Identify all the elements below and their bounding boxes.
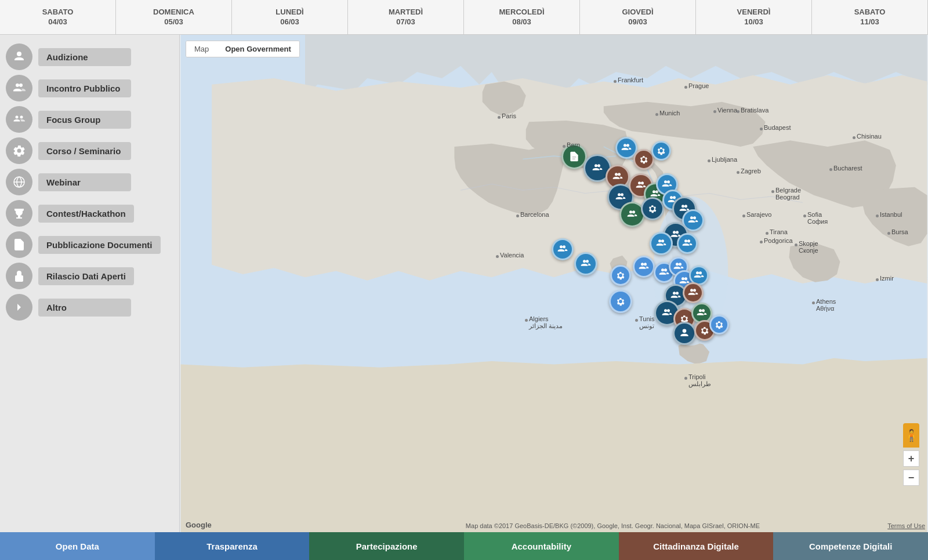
sidebar-item-audizione[interactable]: Audizione [6,43,173,70]
day-date: 06/03 [280,17,299,27]
sidebar-label-altro: Altro [38,299,131,317]
svg-point-56 [696,271,699,274]
sidebar-label-contest-hackathon: Contest/Hackathon [38,205,134,223]
day-date: 08/03 [512,17,531,27]
svg-point-3 [16,116,19,119]
svg-point-53 [679,263,682,266]
svg-point-19 [618,173,621,176]
svg-rect-8 [16,217,22,219]
pegman-control[interactable]: 🧍 [903,423,919,448]
svg-point-23 [621,193,624,196]
svg-point-18 [615,173,618,176]
svg-point-61 [693,289,696,292]
tab-open-government[interactable]: Open Government [217,41,299,57]
svg-point-50 [661,268,664,271]
tab-map[interactable]: Map [186,41,217,57]
svg-point-48 [641,263,644,266]
sidebar-item-incontro-pubblico[interactable]: Incontro Pubblico [6,75,173,101]
arrow-icon [6,294,32,321]
svg-point-43 [687,239,690,242]
sidebar-item-rilascio-dati-aperti[interactable]: Rilascio Dati Aperti [6,263,173,289]
footer-item-accountability[interactable]: Accountability [464,532,619,560]
footer-item-partecipazione[interactable]: Partecipazione [309,532,464,560]
main-content: AudizioneIncontro PubblicoFocus GroupCor… [0,35,928,532]
svg-point-51 [664,268,667,271]
doc-icon [6,231,32,258]
sidebar-item-focus-group[interactable]: Focus Group [6,106,173,133]
sidebar: AudizioneIncontro PubblicoFocus GroupCor… [0,35,180,532]
map-pin-28[interactable] [609,290,632,313]
svg-point-58 [673,292,676,294]
day-date: 04/03 [48,17,67,27]
svg-point-57 [699,271,702,274]
gear-icon [6,137,32,164]
map-pin-5[interactable] [651,141,671,161]
sidebar-item-webinar[interactable]: Webinar [6,169,173,195]
svg-point-44 [560,245,563,248]
svg-point-21 [626,144,629,147]
people-circle-icon [6,106,32,133]
map-pin-11[interactable] [641,197,664,220]
svg-point-17 [597,164,600,167]
sidebar-item-corso-seminario[interactable]: Corso / Seminario [6,137,173,164]
svg-point-30 [629,210,632,213]
svg-point-31 [632,210,635,213]
day-name: MERCOLEDÌ [499,8,545,17]
zoom-in-button[interactable]: + [903,450,919,467]
footer-item-competenze-digitali[interactable]: Competenze Digitali [773,532,928,560]
map-tabs: Map Open Government [186,41,300,57]
footer-item-cittadinanza-digitale[interactable]: Cittadinanza Digitale [619,532,774,560]
svg-point-28 [664,180,667,183]
person-icon [6,43,32,70]
sidebar-label-incontro-pubblico: Incontro Pubblico [38,79,131,97]
svg-point-25 [641,181,644,184]
svg-point-20 [624,144,626,147]
map-pin-17[interactable] [677,233,698,254]
calendar-day-6: VENERDÌ10/03 [696,0,812,34]
day-name: SABATO [854,8,886,17]
map-pin-21[interactable] [633,256,655,278]
sidebar-item-contest-hackathon[interactable]: Contest/Hackathon [6,200,173,227]
map-pin-32[interactable] [673,322,696,345]
map-terms-link[interactable]: Terms of Use [887,522,925,529]
day-date: 10/03 [744,17,763,27]
svg-point-32 [670,196,673,199]
map-pin-20[interactable] [610,265,631,286]
sidebar-label-audizione: Audizione [38,48,131,66]
calendar-day-3: MARTEDÌ07/03 [348,0,464,34]
svg-point-54 [682,277,684,280]
map-pin-18[interactable] [552,238,574,260]
svg-point-40 [658,239,661,242]
sidebar-label-rilascio-dati-aperti: Rilascio Dati Aperti [38,267,134,285]
day-name: VENERDÌ [737,8,771,17]
svg-point-39 [676,231,679,234]
day-date: 11/03 [860,17,879,27]
footer-item-trasparenza[interactable]: Trasparenza [155,532,310,560]
svg-point-16 [594,164,597,167]
svg-point-60 [690,289,693,292]
svg-point-59 [676,292,679,294]
svg-point-41 [661,239,664,242]
sidebar-item-altro[interactable]: Altro [6,294,173,321]
zoom-out-button[interactable]: − [903,470,919,486]
day-name: GIOVEDÌ [622,8,653,17]
svg-point-38 [673,231,676,234]
calendar-day-7: SABATO11/03 [812,0,928,34]
calendar-bar: SABATO04/03DOMENICA05/03LUNEDÌ06/03MARTE… [0,0,928,35]
calendar-day-5: GIOVEDÌ09/03 [580,0,696,34]
footer-bar: Open DataTrasparenzaPartecipazioneAccoun… [0,532,928,560]
day-name: LUNEDÌ [276,8,303,17]
sidebar-item-pubblicazione-documenti[interactable]: Pubblicazione Documenti [6,231,173,258]
svg-point-65 [702,309,705,312]
svg-point-35 [684,205,687,208]
day-date: 09/03 [628,17,647,27]
map-pin-34[interactable] [709,315,729,334]
footer-item-open-data[interactable]: Open Data [0,532,155,560]
map-background [180,35,928,532]
map-pin-19[interactable] [574,252,597,275]
svg-point-0 [17,52,21,56]
map-pin-16[interactable] [650,232,673,255]
map-google-label: Google [186,521,212,529]
day-name: DOMENICA [153,8,194,17]
map-pin-27[interactable] [683,282,704,303]
